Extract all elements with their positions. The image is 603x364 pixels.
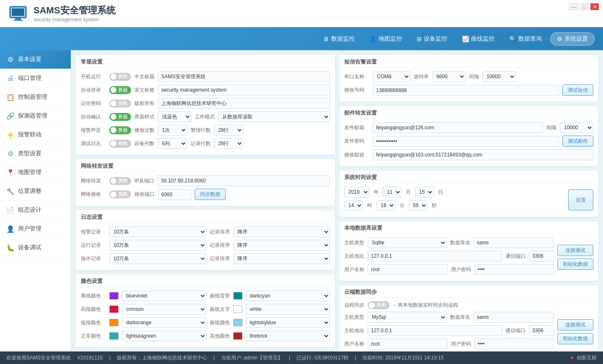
offline-color-select[interactable]: blueviolet	[122, 290, 206, 301]
low-alarm-color-select[interactable]: darkorange	[122, 317, 206, 328]
color-settings-title: 颜色设置	[81, 277, 330, 287]
ui-style-select[interactable]: 浅蓝色	[158, 111, 191, 122]
op-log-select[interactable]: 10万条	[109, 253, 206, 264]
forward-toggle[interactable]: 关闭	[109, 177, 131, 185]
op-log-label: 操作记录	[81, 255, 106, 262]
sms-port-select[interactable]: COM8	[373, 71, 410, 82]
copyright-input[interactable]	[158, 98, 330, 109]
cloud-port-input[interactable]	[529, 325, 554, 336]
alarm-log-select[interactable]: 10万条	[109, 226, 206, 237]
other-color-select[interactable]: firebrick	[246, 331, 330, 341]
sidebar-item-map-mgmt[interactable]: 📍 地图管理	[0, 163, 71, 182]
send-pwd-input[interactable]	[373, 136, 559, 147]
sidebar-item-position-adjust[interactable]: 🔧 位置调整	[0, 182, 71, 201]
local-host-type-select[interactable]: Sqlite	[368, 237, 447, 248]
remote-sync-toggle[interactable]: 关闭	[368, 301, 389, 309]
auto-confirm-toggle[interactable]: 开启	[109, 113, 131, 121]
local-db-init-button[interactable]: 初始化数据	[557, 259, 593, 270]
local-username-label: 用户名称	[344, 266, 364, 273]
minimize-button[interactable]: —	[570, 3, 578, 10]
test-email-button[interactable]: 测试邮件	[562, 136, 593, 147]
local-db-name-input[interactable]	[474, 237, 554, 248]
remember-pwd-toggle[interactable]: 关闭	[109, 100, 131, 108]
sms-baud-select[interactable]: 9600	[432, 71, 466, 82]
sidebar-item-device-debug[interactable]: 🐛 设备调试	[0, 238, 71, 257]
nav-curve-monitor[interactable]: 📈 曲线监控	[456, 33, 501, 45]
local-password-input[interactable]	[474, 264, 554, 275]
alarm-log-sort-select[interactable]: 降序	[233, 226, 330, 237]
cloud-host-type-select[interactable]: MySql	[368, 312, 447, 323]
nav-device-monitor[interactable]: ⊞ 设备监控	[410, 33, 454, 45]
english-label-input[interactable]	[158, 85, 330, 95]
local-host-addr-input[interactable]	[368, 251, 502, 261]
local-db-connect-button[interactable]: 连接测试	[557, 245, 593, 256]
close-button[interactable]: ✕	[590, 3, 599, 10]
local-host-addr-row: 主机地址 通信端口	[344, 251, 554, 261]
curve-bg-select[interactable]: darkcyan	[246, 290, 330, 301]
alarm-sound-toggle[interactable]: 开启	[109, 126, 131, 134]
recv-port-input[interactable]	[158, 189, 191, 200]
minute-select[interactable]: 18	[376, 200, 395, 211]
local-db-name-label: 数据库名	[450, 239, 470, 246]
curve-color-select[interactable]: lightskyblue	[246, 317, 330, 328]
sidebar-item-basic-settings[interactable]: ⚙ 基本设置	[0, 50, 71, 69]
sidebar-item-alarm-linkage[interactable]: ⚡ 报警联动	[0, 126, 71, 144]
day-select[interactable]: 15	[415, 187, 434, 197]
sidebar-item-detector-mgmt[interactable]: 🔗 探测器管理	[0, 107, 71, 126]
sync-data-button[interactable]: 同步数据	[195, 189, 226, 200]
ip-port-input[interactable]	[157, 175, 330, 186]
device-cols-select[interactable]: 6列	[158, 138, 187, 149]
nav-map-monitor[interactable]: 👤 地图监控	[363, 33, 408, 45]
sidebar-position-adjust-label: 位置调整	[18, 187, 41, 195]
alarm-rows-select[interactable]: 28行	[214, 125, 243, 136]
run-log-sort-select[interactable]: 降序	[233, 240, 330, 251]
test-sms-button[interactable]: 测试短信	[562, 85, 593, 96]
auto-login-toggle[interactable]: 开启	[109, 86, 131, 94]
startup-toggle[interactable]: 关闭	[109, 73, 131, 81]
run-log-select[interactable]: 10万条	[109, 240, 206, 251]
maximize-button[interactable]: □	[580, 3, 588, 10]
cloud-password-input[interactable]	[474, 338, 554, 349]
detector-mgmt-icon: 🔗	[6, 112, 15, 120]
local-username-input[interactable]	[368, 264, 448, 275]
send-email-input[interactable]	[373, 122, 543, 133]
sidebar: ⚙ 基本设置 🖨 端口管理 📋 控制器管理 🔗 探测器管理 ⚡ 报警联动 ⚙ 类…	[0, 50, 71, 351]
debug-log-toggle[interactable]: 关闭	[109, 140, 131, 148]
cloud-host-addr-input[interactable]	[368, 325, 502, 336]
sidebar-item-port-mgmt[interactable]: 🖨 端口管理	[0, 69, 71, 88]
nav-system-settings[interactable]: ⚙ 系统设置	[550, 32, 595, 46]
cloud-db-name-input[interactable]	[474, 312, 554, 323]
sidebar-item-config-design[interactable]: 📄 组态设计	[0, 201, 71, 220]
play-times-select[interactable]: 1次	[158, 125, 187, 136]
debug-log-row: 调试日志 关闭 设备列数 6列 记录行数 28行	[81, 138, 330, 149]
sidebar-item-controller-mgmt[interactable]: 📋 控制器管理	[0, 88, 71, 107]
record-rows-select[interactable]: 28行	[214, 138, 243, 149]
op-log-sort-select[interactable]: 降序	[233, 253, 330, 264]
recv-email-input[interactable]	[373, 149, 593, 160]
cloud-connect-button[interactable]: 连接测试	[557, 319, 593, 331]
local-port-input[interactable]	[529, 251, 554, 261]
cloud-init-button[interactable]: 初始化数据	[557, 333, 593, 344]
curve-text-select[interactable]: white	[246, 304, 330, 315]
work-mode-select[interactable]: 从数据库读取	[218, 111, 330, 122]
high-alarm-color-select[interactable]: crimson	[122, 304, 206, 315]
year-select[interactable]: 2019	[344, 187, 369, 197]
receive-toggle[interactable]: 关闭	[109, 190, 131, 198]
set-time-button[interactable]: 设置	[568, 190, 593, 210]
sms-interval-select[interactable]: 10000	[482, 71, 516, 82]
cloud-username-input[interactable]	[368, 338, 448, 349]
sidebar-item-user-mgmt[interactable]: 👤 用户管理	[0, 220, 71, 238]
normal-color-select[interactable]: lightseagreen	[122, 331, 206, 341]
hour-select[interactable]: 14	[344, 200, 363, 211]
alarm-sound-toggle-circle	[111, 127, 116, 133]
second-select[interactable]: 59	[409, 200, 428, 211]
chinese-label-input[interactable]	[158, 71, 330, 82]
month-select[interactable]: 11	[383, 187, 402, 197]
startup-label: 开机运行	[81, 73, 106, 80]
nav-data-monitor[interactable]: 🖥 数据监控	[317, 33, 361, 45]
email-interval-select[interactable]: 10000	[560, 122, 593, 133]
sidebar-item-type-settings[interactable]: ⚙ 类型设置	[0, 144, 71, 163]
nav-data-query[interactable]: 🔍 数据查询	[503, 33, 548, 45]
sms-receive-input[interactable]	[373, 85, 559, 96]
nav-device-monitor-label: 设备监控	[424, 35, 447, 43]
